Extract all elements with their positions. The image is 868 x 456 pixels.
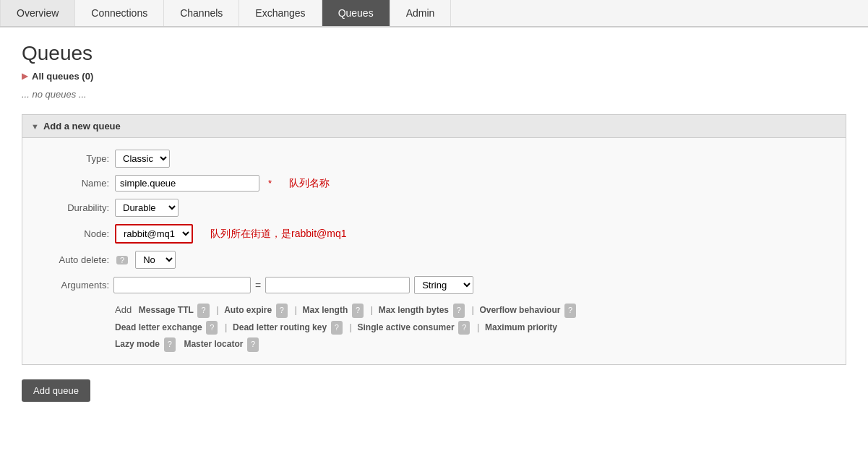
lazy-mode-help[interactable]: ? [164,337,176,352]
nav-overview[interactable]: Overview [0,0,75,26]
all-queues-toggle[interactable]: ▶ All queues (0) [22,71,846,82]
sep4: | [471,304,473,315]
node-row: Node: rabbit@mq1 队列所在街道，是rabbit@mq1 [37,224,831,244]
top-nav: Overview Connections Channels Exchanges … [0,0,868,27]
sep7: | [477,322,479,332]
link-dead-letter-routing-key[interactable]: Dead letter routing key [233,322,327,332]
name-row: Name: * 队列名称 [37,175,831,192]
durability-label: Durability: [37,202,109,213]
nav-admin[interactable]: Admin [390,0,452,26]
durability-row: Durability: Durable Transient [37,199,831,217]
auto-delete-select[interactable]: No Yes [135,251,176,269]
max-length-bytes-help[interactable]: ? [453,304,465,318]
all-queues-arrow: ▶ [22,72,27,81]
link-max-length-bytes[interactable]: Max length bytes [379,305,449,315]
add-queue-body: Type: Classic Name: * 队列名称 Durability: D… [22,138,846,364]
arguments-type-select[interactable]: String Integer Boolean [414,276,473,294]
required-star: * [268,178,272,189]
link-max-length[interactable]: Max length [303,305,348,315]
node-label: Node: [37,228,109,239]
dead-letter-routing-key-help[interactable]: ? [331,321,343,335]
arguments-label: Arguments: [37,280,109,291]
arguments-key-input[interactable] [113,277,251,293]
link-lazy-mode[interactable]: Lazy mode [115,339,160,349]
type-select[interactable]: Classic [115,150,170,168]
name-annotation: 队列名称 [289,177,330,190]
equals-sign: = [255,280,261,291]
all-queues-label: All queues (0) [32,71,93,82]
message-ttl-help[interactable]: ? [197,304,209,318]
link-single-active-consumer[interactable]: Single active consumer [358,322,455,332]
link-maximum-priority[interactable]: Maximum priority [485,322,557,332]
name-label: Name: [37,178,109,189]
add-label: Add [115,304,132,315]
arguments-value-input[interactable] [265,277,410,293]
add-queue-header[interactable]: ▼ Add a new queue [22,115,846,138]
nav-channels[interactable]: Channels [164,0,239,26]
node-select-wrapper: rabbit@mq1 [115,224,193,244]
nav-exchanges[interactable]: Exchanges [239,0,322,26]
single-active-consumer-help[interactable]: ? [458,321,470,335]
dead-letter-exchange-help[interactable]: ? [206,321,218,335]
max-length-help[interactable]: ? [352,304,364,318]
sep5: | [225,322,227,332]
page-title: Queues [22,42,846,65]
node-select[interactable]: rabbit@mq1 [116,225,192,242]
link-auto-expire[interactable]: Auto expire [224,305,272,315]
link-dead-letter-exchange[interactable]: Dead letter exchange [115,322,202,332]
master-locator-help[interactable]: ? [247,337,259,352]
sep3: | [371,304,373,315]
link-master-locator[interactable]: Master locator [184,339,243,349]
sep6: | [350,322,352,332]
add-queue-button[interactable]: Add queue [22,379,90,402]
auto-expire-help[interactable]: ? [276,304,288,318]
durability-select[interactable]: Durable Transient [115,199,179,217]
auto-delete-label: Auto delete: [37,254,109,265]
overflow-behaviour-help[interactable]: ? [564,304,576,318]
auto-delete-help[interactable]: ? [116,256,128,264]
nav-queues[interactable]: Queues [322,0,390,26]
sep2: | [295,304,297,315]
name-input[interactable] [115,175,259,192]
node-annotation: 队列所在街道，是rabbit@mq1 [210,228,346,241]
add-queue-header-label: Add a new queue [43,121,121,132]
link-message-ttl[interactable]: Message TTL [139,305,194,315]
main-content: Queues ▶ All queues (0) ... no queues ..… [0,27,868,416]
add-queue-section: ▼ Add a new queue Type: Classic Name: * … [22,114,846,365]
auto-delete-row: Auto delete: ? No Yes [37,251,831,269]
link-overflow-behaviour[interactable]: Overflow behaviour [479,305,560,315]
type-label: Type: [37,153,109,164]
no-queues-text: ... no queues ... [22,89,846,100]
nav-connections[interactable]: Connections [75,0,164,26]
add-links-row: Add Message TTL ? | Auto expire ? | Max … [115,301,831,353]
arguments-row: Arguments: = String Integer Boolean [37,276,831,294]
type-row: Type: Classic [37,150,831,168]
add-queue-arrow: ▼ [31,122,39,131]
sep1: | [216,304,218,315]
